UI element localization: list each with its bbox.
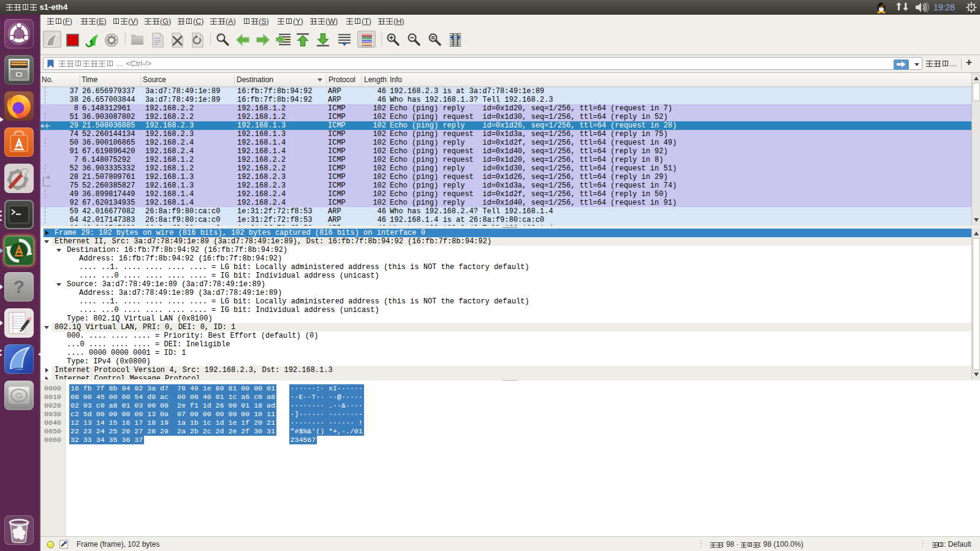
svg-text:?: ?	[13, 276, 25, 297]
